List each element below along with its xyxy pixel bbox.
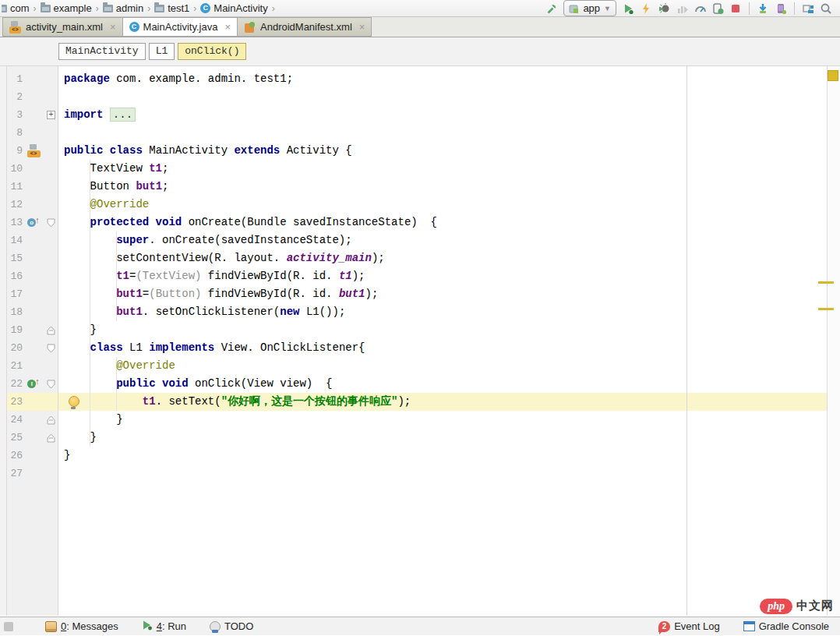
tab-label: activity_main.xml [26,21,103,33]
build-hammer-icon[interactable] [545,2,558,15]
editor-tab-activity_main.xml[interactable]: activity_main.xml× [2,17,123,37]
line-number: 8 [7,124,23,142]
code-line: 25 } [0,429,828,447]
breadcrumb-separator: › [193,3,196,14]
breadcrumb-label: example [54,2,92,14]
android-manifest-icon [244,21,256,34]
status-bar: 0: Messages 4: Run TODO 2 Event Log Grad… [0,617,840,635]
code-line-text: @Override [58,357,828,375]
breadcrumb-chip-L1[interactable]: L1 [149,43,175,60]
fold-marker[interactable] [44,433,58,443]
line-number: 16 [7,267,23,285]
implementing-method-icon[interactable]: I↑ [27,380,40,389]
todo-toolwindow-button[interactable]: TODO [210,620,253,632]
line-number: 18 [7,303,23,321]
attach-debugger-to-process-icon[interactable] [711,2,724,15]
warning-stripe-mark[interactable] [818,281,834,284]
app-module-icon [569,3,579,14]
fold-marker[interactable] [44,218,58,228]
tab-close-icon[interactable]: × [359,21,365,33]
code-line-text: t1. setText("你好啊，这是一个按钮的事件响应"); [58,393,828,411]
folder-icon [41,5,51,12]
php-cn-watermark: php 中文网 [760,597,834,615]
line-number: 26 [7,447,23,465]
line-number: 20 [7,339,23,357]
warning-stripe-mark[interactable] [818,308,834,310]
code-line-text: t1=(TextView) findViewById(R. id. t1); [58,267,828,285]
stop-icon[interactable] [729,2,742,15]
tab-close-icon[interactable]: × [110,21,116,33]
error-stripe-scrollbar[interactable] [827,66,840,616]
code-line: 14 super. onCreate(savedInstanceState); [0,231,828,249]
folder-icon [2,5,7,12]
ide-window: com›example›admin›test1›MainActivity› ap… [0,0,840,636]
code-line: 22I↑ public void onClick(View view) { [0,375,828,393]
code-line-text: import ... [58,106,828,124]
breadcrumb-item-com[interactable]: com [2,2,30,14]
code-lines: 1package com. example. admin. test1;23+i… [0,70,828,482]
todo-icon [210,621,221,632]
gradle-console-button[interactable]: Gradle Console [743,620,829,632]
gradle-console-label: Gradle Console [759,620,829,632]
code-line-text: class L1 implements View. OnClickListene… [58,339,828,357]
debug-bug-icon[interactable] [658,2,670,15]
breadcrumb-item-admin[interactable]: admin [103,2,143,14]
line-number: 21 [7,357,23,375]
line-number: 3 [7,106,23,124]
fold-marker[interactable] [44,415,58,425]
attach-profiler-gauge-icon[interactable] [694,2,706,15]
code-line-text: but1=(Button) findViewById(R. id. but1); [58,285,828,303]
breadcrumb-separator: › [96,3,99,14]
breadcrumb: com›example›admin›test1›MainActivity› [2,2,277,14]
code-line: 21 @Override [0,357,828,375]
go-to-related-layout-icon[interactable]: <> [27,144,41,157]
tab-close-icon[interactable]: × [224,21,231,33]
line-number: 22 [7,375,23,393]
breadcrumb-item-example[interactable]: example [41,2,92,14]
code-line: 20 class L1 implements View. OnClickList… [0,339,828,357]
code-line: 23 t1. setText("你好啊，这是一个按钮的事件响应"); [0,393,828,411]
messages-toolwindow-button[interactable]: 0: Messages [45,620,118,632]
editor-tab-MainActivity.java[interactable]: MainActivity.java× [123,17,238,37]
run-icon[interactable] [622,2,634,15]
code-line: 16 t1=(TextView) findViewById(R. id. t1)… [0,267,828,285]
code-line: 11 Button but1; [0,178,828,196]
line-number: 19 [7,321,23,339]
run-configuration-selector[interactable]: app ▼ [563,0,616,16]
event-log-button[interactable]: 2 Event Log [658,620,720,632]
avd-manager-icon[interactable] [775,2,787,15]
overriding-method-icon[interactable]: o↑ [27,218,40,228]
code-line-text: but1. setOnClickListener(new L1()); [58,303,828,321]
breadcrumb-label: test1 [168,2,189,14]
code-line: 12 @Override [0,196,828,214]
java-class-icon [129,22,139,32]
code-line: 13o↑ protected void onCreate(Bundle save… [0,214,828,231]
fold-marker[interactable]: + [44,111,58,119]
fold-marker[interactable] [44,326,58,335]
php-logo: php [760,599,792,614]
breadcrumb-chip-MainActivity[interactable]: MainActivity [58,43,146,60]
layout-xml-icon [9,21,22,34]
instant-run-lightning-icon[interactable] [640,2,652,15]
code-editor[interactable]: 1package com. example. admin. test1;23+i… [0,66,840,616]
breadcrumb-item-test1[interactable]: test1 [154,2,189,14]
toolwindow-switcher-icon[interactable] [4,622,13,631]
breadcrumb-separator: › [272,3,275,14]
editor-tab-AndroidManifest.xml[interactable]: AndroidManifest.xml× [238,17,372,37]
line-number: 25 [7,429,23,447]
fold-marker[interactable] [44,380,58,389]
project-structure-icon[interactable] [802,2,814,15]
fold-marker[interactable] [44,344,58,353]
intention-bulb-icon[interactable] [69,396,79,407]
search-everywhere-icon[interactable] [820,2,832,15]
code-line: 18 but1. setOnClickListener(new L1()); [0,303,828,321]
sdk-manager-icon[interactable] [757,2,769,15]
run-toolwindow-button[interactable]: 4: Run [142,620,186,633]
code-line-text: } [58,411,828,429]
breadcrumb-chip-onClick()[interactable]: onClick() [178,43,246,60]
file-status-indicator[interactable] [828,70,838,81]
folder-icon [103,5,113,12]
code-line: 9<>public class MainActivity extends Act… [0,142,828,160]
breadcrumb-item-MainActivity[interactable]: MainActivity [200,2,267,14]
profile-icon[interactable] [676,2,688,15]
